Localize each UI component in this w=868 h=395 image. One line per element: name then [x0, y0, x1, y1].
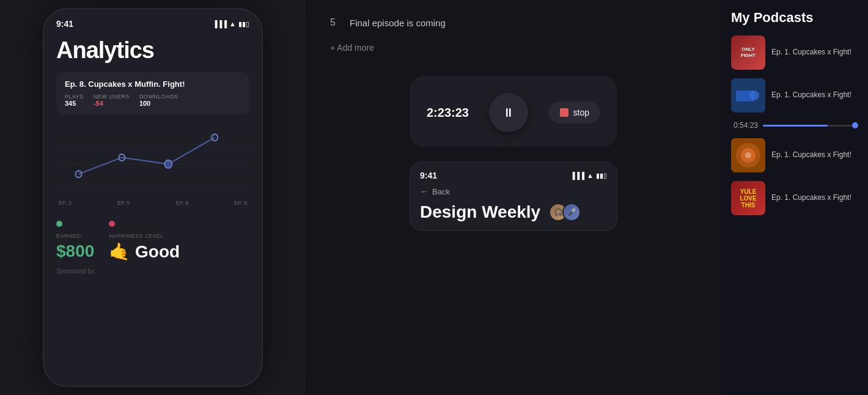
earned-value: $800 — [56, 242, 94, 261]
phone-icons: ▐▐▐ ▲ ▮▮▯ — [213, 20, 249, 28]
my-podcasts-title: My Podcasts — [731, 10, 858, 26]
status-bar: 9:41 ▐▐▐ ▲ ▮▮▯ — [56, 19, 249, 29]
episode-card-title: Ep. 8. Cupcakes x Muffin. Fight! — [65, 79, 241, 89]
avatar-group: 🎧 🎤 — [549, 203, 581, 221]
progress-row: 0:54:23 — [731, 121, 858, 130]
svg-point-9 — [749, 90, 759, 100]
podcast-info-1: Ep. 1. Cupcakes x Fight! — [771, 48, 858, 57]
chart-labels: EP. 3 EP. 5 EP. 8 EP. 8 — [56, 200, 249, 206]
stop-button[interactable]: stop — [549, 102, 600, 124]
chart-label-ep8b: EP. 8 — [234, 200, 247, 206]
podcast-item-1[interactable]: ONLYFIGHT Ep. 1. Cupcakes x Fight! — [731, 35, 858, 70]
happiness-value: 🤙 Good — [109, 242, 180, 262]
chart-label-ep3: EP. 3 — [59, 200, 72, 206]
bottom-phone-inner: 9:41 ▐▐▐ ▲ ▮▮▯ ← Back Design Weekly 🎧 — [410, 161, 617, 231]
stat-new-users: NEW USERS -$4 — [94, 94, 130, 107]
bottom-phone-mockup: 9:41 ▐▐▐ ▲ ▮▮▯ ← Back Design Weekly 🎧 — [410, 161, 617, 231]
design-weekly-title: Design Weekly — [420, 202, 540, 222]
podcast-thumb-1: ONLYFIGHT — [731, 35, 765, 70]
queue-item: 5 Final episode is coming — [330, 12, 697, 33]
podcast-ep-title-4: Ep. 1. Cupcakes x Fight! — [771, 193, 858, 203]
progress-bar-fill — [763, 125, 828, 127]
stop-label: stop — [573, 108, 589, 117]
pause-button[interactable]: ⏸ — [489, 93, 528, 132]
chart-label-ep8a: EP. 8 — [175, 200, 188, 206]
stop-icon — [560, 108, 568, 117]
podcast-info-4: Ep. 1. Cupcakes x Fight! — [771, 193, 858, 203]
analytics-chart — [54, 124, 252, 197]
podcast-item-4[interactable]: YULELOVETHIS Ep. 1. Cupcakes x Fight! — [731, 181, 858, 215]
bottom-wifi-icon: ▲ — [587, 172, 594, 179]
metrics-row: EARNED $800 HAPPINESS LEVEL 🤙 Good — [56, 218, 249, 262]
bottom-signal-icon: ▐▐▐ — [570, 172, 584, 179]
happiness-label: HAPPINESS LEVEL — [109, 233, 180, 239]
metric-earned: EARNED $800 — [56, 218, 94, 262]
svg-point-5 — [164, 160, 172, 168]
stat-downloads: DOWNLOADS 100 — [139, 94, 178, 107]
podcast-thumb-4: YULELOVETHIS — [731, 181, 765, 215]
episode-card: Ep. 8. Cupcakes x Muffin. Fight! PLAYS 3… — [56, 72, 249, 114]
middle-panel: 5 Final episode is coming + Add more 2:2… — [306, 0, 721, 395]
podcast-thumb-2 — [731, 78, 765, 113]
queue-area: 5 Final episode is coming + Add more — [306, 0, 721, 64]
signal-icon: ▐▐▐ — [213, 20, 227, 28]
podcast-ep-title-2: Ep. 1. Cupcakes x Fight! — [771, 90, 858, 100]
player-time: 2:23:23 — [427, 106, 469, 120]
design-weekly-row: Design Weekly 🎧 🎤 — [420, 202, 607, 222]
right-panel: My Podcasts ONLYFIGHT Ep. 1. Cupcakes x … — [721, 0, 868, 395]
podcast-info-3: Ep. 1. Cupcakes x Fight! — [771, 150, 858, 160]
metric-happiness: HAPPINESS LEVEL 🤙 Good — [109, 218, 180, 262]
player-card: 2:23:23 ⏸ stop — [410, 76, 617, 147]
progress-time: 0:54:23 — [734, 121, 758, 130]
bottom-phone-time: 9:41 — [420, 171, 437, 180]
happiness-dot — [109, 221, 115, 227]
back-arrow-icon: ← — [420, 186, 428, 196]
earned-dot — [56, 221, 62, 227]
svg-point-13 — [745, 152, 751, 158]
bottom-battery-icon: ▮▮▯ — [596, 172, 607, 180]
chart-label-ep5: EP. 5 — [117, 200, 130, 206]
player-controls: 2:23:23 ⏸ stop — [427, 93, 600, 132]
back-row[interactable]: ← Back — [420, 186, 607, 196]
queue-number: 5 — [330, 17, 342, 28]
svg-point-6 — [211, 134, 218, 141]
progress-dot — [852, 122, 858, 128]
avatar-2: 🎤 — [562, 203, 581, 221]
progress-bar[interactable] — [763, 125, 856, 127]
podcast-thumb-3 — [731, 138, 765, 172]
left-panel: 9:41 ▐▐▐ ▲ ▮▮▯ Analytics Ep. 8. Cupcakes… — [0, 0, 306, 395]
happiness-emoji: 🤙 — [109, 242, 135, 261]
podcast-item-2[interactable]: Ep. 1. Cupcakes x Fight! — [731, 78, 858, 113]
queue-title: Final episode is coming — [350, 18, 446, 28]
sponsored-label: Sponsored by: — [56, 268, 249, 275]
podcast-ep-title-1: Ep. 1. Cupcakes x Fight! — [771, 48, 858, 57]
bottom-status-bar: 9:41 ▐▐▐ ▲ ▮▮▯ — [420, 171, 607, 180]
stat-plays: PLAYS 345 — [65, 94, 84, 107]
add-more-button[interactable]: + Add more — [330, 38, 697, 57]
earned-label: EARNED — [56, 233, 94, 239]
wifi-icon: ▲ — [229, 20, 236, 28]
analytics-title: Analytics — [56, 37, 249, 64]
podcast-item-3[interactable]: Ep. 1. Cupcakes x Fight! — [731, 138, 858, 172]
battery-icon: ▮▮▯ — [238, 20, 249, 28]
phone-mockup-analytics: 9:41 ▐▐▐ ▲ ▮▮▯ Analytics Ep. 8. Cupcakes… — [43, 8, 263, 387]
podcast-info-2: Ep. 1. Cupcakes x Fight! — [771, 90, 858, 100]
bottom-phone-icons: ▐▐▐ ▲ ▮▮▯ — [570, 172, 607, 180]
pause-icon: ⏸ — [502, 106, 515, 120]
podcast-ep-title-3: Ep. 1. Cupcakes x Fight! — [771, 150, 858, 160]
episode-stats: PLAYS 345 NEW USERS -$4 DOWNLOADS 100 — [65, 94, 241, 107]
phone-time: 9:41 — [56, 19, 73, 29]
back-label: Back — [432, 187, 450, 196]
